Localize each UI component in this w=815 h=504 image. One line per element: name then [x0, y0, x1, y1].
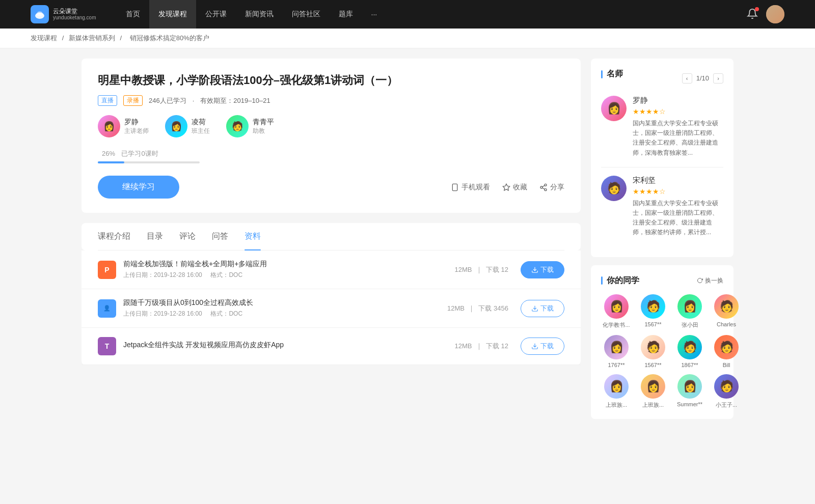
teachers-sidebar-card: 名师 ‹ 1/10 › 👩 罗静 ★★★★☆ 国内某重点大学: [591, 59, 734, 257]
nav-home[interactable]: 首页: [117, 0, 149, 29]
svg-line-10: [542, 185, 545, 187]
badge-record: 录播: [123, 95, 143, 106]
logo[interactable]: 云朵课堂 yunduoketang.com: [31, 5, 96, 23]
download-button-1[interactable]: 下载: [521, 300, 564, 317]
classmate-8-avatar: 👩: [604, 374, 629, 399]
share-icon: [539, 183, 548, 191]
classmate-4[interactable]: 👩 1767**: [601, 335, 632, 368]
bell-icon[interactable]: [747, 8, 758, 21]
classmate-8[interactable]: 👩 上班族...: [601, 374, 632, 409]
teacher-divider: [601, 167, 723, 167]
tab-resources[interactable]: 资料: [244, 223, 261, 250]
classmate-6[interactable]: 🧑 1867**: [674, 335, 705, 368]
download-icon-2: [531, 343, 538, 350]
classmate-6-avatar: 🧑: [677, 335, 702, 359]
sidebar-teacher-1-avatar: 🧑: [601, 176, 627, 201]
classmate-3[interactable]: 🧑 Charles: [711, 294, 742, 329]
resource-info-1: 跟随千万级项目从0到100全过程高效成长 上传日期：2019-12-28 16:…: [123, 298, 447, 318]
collect-button[interactable]: 收藏: [502, 183, 527, 192]
sidebar-teacher-0-stars: ★★★★☆: [633, 107, 723, 116]
download-button-0[interactable]: 下载: [521, 261, 564, 278]
progress-section: 26% 已学习0课时: [98, 149, 564, 163]
mobile-watch-button[interactable]: 手机观看: [451, 183, 490, 192]
classmate-5-avatar: 🧑: [641, 335, 665, 359]
progress-bar-bg: [98, 161, 200, 163]
classmate-9[interactable]: 👩 上班族...: [638, 374, 668, 409]
course-students: 246人已学习: [149, 96, 186, 105]
nav-discover[interactable]: 发现课程: [149, 0, 196, 29]
resource-icon-0: P: [98, 261, 116, 279]
tab-qa[interactable]: 问答: [212, 223, 228, 250]
resource-stats-1: 12MB ｜ 下载 3456: [447, 304, 508, 313]
svg-line-9: [542, 188, 545, 189]
classmates-sidebar-card: 你的同学 换一换 👩 化学教书... 🧑 1567**: [591, 265, 734, 419]
classmate-5[interactable]: 🧑 1567**: [638, 335, 668, 368]
classmate-1-avatar: 🧑: [641, 294, 665, 319]
resource-title-0: 前端全栈加强版！前端全栈+全周期+多端应用: [123, 260, 455, 269]
sidebar-teacher-0-name: 罗静: [633, 96, 723, 105]
teacher-0: 👩 罗静 主讲老师: [98, 115, 149, 137]
teacher-1-avatar: 👩: [165, 115, 187, 137]
classmate-0[interactable]: 👩 化学教书...: [601, 294, 632, 329]
classmate-7[interactable]: 🧑 Bill: [711, 335, 742, 368]
refresh-classmates-button[interactable]: 换一换: [697, 276, 723, 285]
nav-more[interactable]: ···: [362, 0, 387, 29]
sidebar-teacher-1-desc: 国内某重点大学安全工程专业硕士，国家一级注册消防工程师、注册安全工程师、级注册建…: [633, 199, 723, 238]
classmate-11-name: 小王子...: [711, 401, 742, 409]
star-icon: [502, 183, 510, 191]
classmate-3-name: Charles: [711, 321, 742, 327]
mobile-icon: [451, 183, 459, 191]
svg-point-7: [540, 186, 542, 188]
download-button-2[interactable]: 下载: [521, 338, 564, 355]
tabs-resources-wrapper: 课程介绍 目录 评论 问答 资料 P 前端全栈加强版！前端全栈+全周期+多端应用…: [82, 223, 581, 365]
classmate-5-name: 1567**: [638, 362, 668, 368]
tab-catalog[interactable]: 目录: [147, 223, 163, 250]
teacher-1-role: 班主任: [192, 127, 210, 135]
resource-item-2: T Jetpack全组件实战 开发短视频应用高仿皮皮虾App 12MB ｜ 下载…: [82, 328, 581, 365]
continue-button[interactable]: 继续学习: [98, 176, 179, 199]
nav-items: 首页 发现课程 公开课 新闻资讯 问答社区 题库 ···: [117, 0, 747, 29]
classmate-7-name: Bill: [711, 362, 742, 368]
teacher-0-avatar: 👩: [98, 115, 120, 137]
resource-meta-0: 上传日期：2019-12-28 16:00 格式：DOC: [123, 271, 455, 279]
resources-list: P 前端全栈加强版！前端全栈+全周期+多端应用 上传日期：2019-12-28 …: [82, 250, 581, 365]
share-button[interactable]: 分享: [539, 183, 564, 192]
download-icon-1: [531, 305, 538, 312]
actions-row: 继续学习 手机观看 收藏: [98, 176, 564, 199]
user-avatar[interactable]: [766, 5, 784, 23]
tab-comment[interactable]: 评论: [179, 223, 196, 250]
classmate-10[interactable]: 👩 Summer**: [674, 374, 705, 409]
svg-point-2: [37, 11, 42, 14]
course-card: 明星中教授课，小学阶段语法100分–强化级第1讲动词（一） 直播 录播 246人…: [82, 59, 581, 213]
svg-point-8: [545, 188, 547, 190]
teachers-row: 👩 罗静 主讲老师 👩 凌荷 班主任: [98, 115, 564, 137]
classmate-10-name: Summer**: [674, 401, 705, 407]
sidebar-teacher-0: 👩 罗静 ★★★★☆ 国内某重点大学安全工程专业硕士，国家一级注册消防工程师、注…: [601, 96, 723, 158]
sidebar-teacher-0-desc: 国内某重点大学安全工程专业硕士，国家一级注册消防工程师、注册安全工程师、高级注册…: [633, 119, 723, 158]
content-right: 名师 ‹ 1/10 › 👩 罗静 ★★★★☆ 国内某重点大学: [591, 59, 734, 427]
breadcrumb: 发现课程 / 新媒体营销系列 / 销冠修炼术搞定80%的客户: [0, 29, 815, 48]
sidebar-teacher-1-stars: ★★★★☆: [633, 187, 723, 195]
action-buttons: 手机观看 收藏 分享: [451, 183, 564, 192]
breadcrumb-discover[interactable]: 发现课程: [31, 34, 57, 42]
classmate-2[interactable]: 👩 张小田: [674, 294, 705, 329]
nav-quiz[interactable]: 题库: [330, 0, 362, 29]
classmate-1[interactable]: 🧑 1567**: [638, 294, 668, 329]
nav-news[interactable]: 新闻资讯: [236, 0, 283, 29]
svg-point-6: [545, 184, 547, 186]
resource-item-0: P 前端全栈加强版！前端全栈+全周期+多端应用 上传日期：2019-12-28 …: [82, 250, 581, 289]
breadcrumb-series[interactable]: 新媒体营销系列: [69, 34, 115, 42]
nav-qa[interactable]: 问答社区: [283, 0, 330, 29]
resource-item-1: 👤 跟随千万级项目从0到100全过程高效成长 上传日期：2019-12-28 1…: [82, 289, 581, 328]
teacher-2: 🧑 青青平 助教: [226, 115, 274, 137]
teachers-prev-button[interactable]: ‹: [682, 73, 692, 83]
nav-open[interactable]: 公开课: [196, 0, 236, 29]
resource-title-2: Jetpack全组件实战 开发短视频应用高仿皮皮虾App: [123, 341, 455, 350]
teacher-2-avatar: 🧑: [226, 115, 249, 137]
tab-intro[interactable]: 课程介绍: [98, 223, 130, 250]
classmate-11[interactable]: 🧑 小王子...: [711, 374, 742, 409]
resource-info-2: Jetpack全组件实战 开发短视频应用高仿皮皮虾App: [123, 341, 455, 352]
resource-meta-1: 上传日期：2019-12-28 16:00 格式：DOC: [123, 310, 447, 318]
teachers-next-button[interactable]: ›: [713, 73, 723, 83]
logo-name: 云朵课堂: [53, 8, 96, 15]
